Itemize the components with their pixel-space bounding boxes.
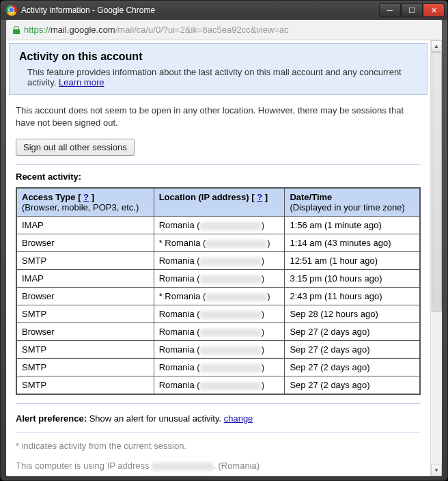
cell-datetime: Sep 27 (2 days ago) <box>285 359 420 376</box>
redacted-ip <box>200 258 262 266</box>
page-title: Activity on this account <box>19 51 417 63</box>
cell-datetime: 3:15 pm (10 hours ago) <box>285 270 420 288</box>
col-datetime: Date/Time (Displayed in your time zone) <box>285 188 420 217</box>
browser-window: Activity information - Google Chrome ─ ☐… <box>0 0 448 481</box>
table-row: SMTPRomania ()12:51 am (1 hour ago) <box>16 252 420 270</box>
content-area: Activity on this account This feature pr… <box>6 40 442 476</box>
col-location: Location (IP address) [ ? ] <box>154 188 285 217</box>
url-display: https://mail.google.com/mail/ca/u/0/?ui=… <box>24 25 289 35</box>
location-help-link[interactable]: ? <box>257 192 262 202</box>
cell-location: * Romania () <box>154 288 285 305</box>
table-row: BrowserRomania ()Sep 27 (2 days ago) <box>16 323 420 341</box>
cell-location: Romania () <box>154 341 285 359</box>
redacted-ip <box>206 240 267 248</box>
table-row: Browser* Romania ()1:14 am (43 minutes a… <box>16 234 420 252</box>
table-row: IMAPRomania ()3:15 pm (10 hours ago) <box>16 270 420 288</box>
table-row: IMAPRomania ()1:56 am (1 minute ago) <box>16 217 420 234</box>
cell-location: Romania () <box>154 359 285 376</box>
url-path: /mail/ca/u/0/?ui=2&ik=8ac5ea92cc&view=ac <box>115 25 289 35</box>
close-button[interactable]: ✕ <box>423 3 445 17</box>
learn-more-link[interactable]: Learn more <box>59 77 104 87</box>
lock-icon <box>13 26 20 34</box>
maximize-button[interactable]: ☐ <box>401 3 423 17</box>
redacted-ip <box>200 311 262 319</box>
cell-access-type: Browser <box>16 234 154 252</box>
scroll-thumb[interactable] <box>432 52 442 312</box>
cell-access-type: Browser <box>16 288 154 305</box>
cell-datetime: Sep 27 (2 days ago) <box>285 341 420 359</box>
alert-preference: Alert preference: Show an alert for unus… <box>16 413 421 424</box>
table-header-row: Access Type [ ? ] (Browser, mobile, POP3… <box>16 188 420 217</box>
table-row: SMTPRomania ()Sep 28 (12 hours ago) <box>16 305 420 323</box>
cell-location: Romania () <box>154 376 285 395</box>
redacted-ip <box>206 293 267 301</box>
access-type-help-link[interactable]: ? <box>83 192 89 202</box>
header-box: Activity on this account This feature pr… <box>9 43 428 95</box>
window-title: Activity information - Google Chrome <box>21 5 379 15</box>
table-row: SMTPRomania ()Sep 27 (2 days ago) <box>16 376 420 395</box>
divider <box>16 432 421 432</box>
cell-access-type: SMTP <box>16 252 154 270</box>
change-alert-link[interactable]: change <box>224 413 253 424</box>
divider <box>16 403 421 404</box>
scroll-up-arrow[interactable]: ▲ <box>431 40 442 52</box>
window-controls: ─ ☐ ✕ <box>379 3 445 17</box>
cell-access-type: SMTP <box>16 359 154 376</box>
cell-location: Romania () <box>154 270 285 288</box>
cell-location: Romania () <box>154 252 285 270</box>
address-bar[interactable]: https://mail.google.com/mail/ca/u/0/?ui=… <box>6 20 442 40</box>
redacted-ip <box>200 275 262 284</box>
header-description: This feature provides information about … <box>19 67 417 87</box>
chrome-icon <box>6 5 17 16</box>
cell-datetime: 12:51 am (1 hour ago) <box>285 252 420 270</box>
activity-table: Access Type [ ? ] (Browser, mobile, POP3… <box>16 187 421 395</box>
cell-access-type: IMAP <box>16 270 154 288</box>
cell-access-type: SMTP <box>16 376 154 395</box>
table-row: SMTPRomania ()Sep 27 (2 days ago) <box>16 341 420 359</box>
status-text: This account does not seem to be open in… <box>16 105 421 129</box>
ip-address-line: This computer is using IP address . (Rom… <box>16 461 421 471</box>
cell-location: Romania () <box>154 305 285 323</box>
session-footnote: * indicates activity from the current se… <box>16 441 421 451</box>
minimize-button[interactable]: ─ <box>379 3 401 17</box>
window-titlebar[interactable]: Activity information - Google Chrome ─ ☐… <box>1 1 447 20</box>
redacted-ip <box>152 463 213 471</box>
scroll-down-arrow[interactable]: ▼ <box>431 465 442 476</box>
cell-access-type: SMTP <box>16 305 154 323</box>
col-access-type: Access Type [ ? ] (Browser, mobile, POP3… <box>16 188 154 217</box>
table-row: SMTPRomania ()Sep 27 (2 days ago) <box>16 359 420 376</box>
table-row: Browser* Romania ()2:43 pm (11 hours ago… <box>16 288 420 305</box>
cell-location: Romania () <box>154 323 285 341</box>
redacted-ip <box>200 382 262 390</box>
recent-activity-label: Recent activity: <box>16 171 421 182</box>
signout-button[interactable]: Sign out all other sessions <box>16 139 135 156</box>
cell-datetime: 1:56 am (1 minute ago) <box>285 217 420 234</box>
cell-access-type: Browser <box>16 323 154 341</box>
cell-datetime: 1:14 am (43 minutes ago) <box>285 234 420 252</box>
cell-access-type: SMTP <box>16 341 154 359</box>
redacted-ip <box>200 222 262 230</box>
cell-location: * Romania () <box>154 234 285 252</box>
cell-access-type: IMAP <box>16 217 154 234</box>
url-scheme: https <box>24 25 43 35</box>
cell-datetime: Sep 28 (12 hours ago) <box>285 305 420 323</box>
url-domain: mail.google.com <box>51 25 115 35</box>
redacted-ip <box>200 329 262 337</box>
cell-location: Romania () <box>154 217 285 234</box>
cell-datetime: 2:43 pm (11 hours ago) <box>285 288 420 305</box>
scrollbar[interactable]: ▲ ▼ <box>430 40 442 476</box>
redacted-ip <box>200 346 262 355</box>
divider <box>16 164 421 165</box>
redacted-ip <box>200 364 262 372</box>
cell-datetime: Sep 27 (2 days ago) <box>285 323 420 341</box>
cell-datetime: Sep 27 (2 days ago) <box>285 376 420 395</box>
